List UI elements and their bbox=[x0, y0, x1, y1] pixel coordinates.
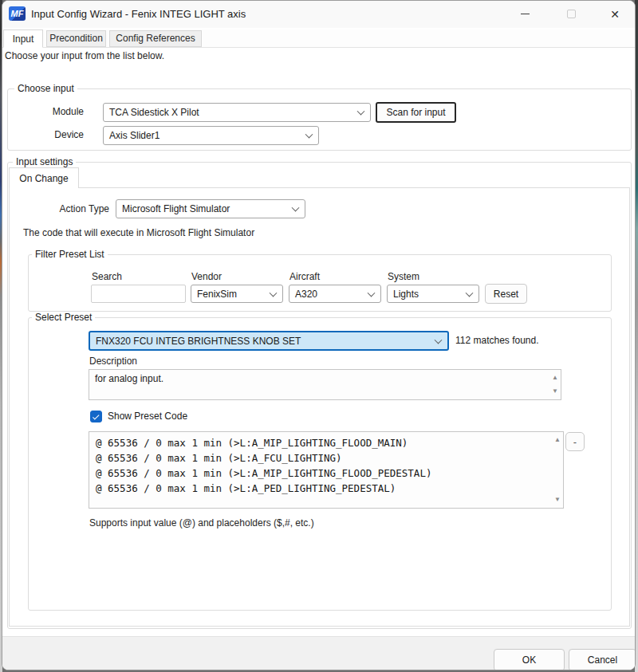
vendor-select[interactable]: FenixSim bbox=[191, 285, 283, 303]
preset-code-textarea[interactable]: @ 65536 / 0 max 1 min (>L:A_MIP_LIGHTING… bbox=[89, 431, 564, 509]
maximize-button bbox=[553, 1, 589, 27]
device-value: Axis Slider1 bbox=[109, 130, 160, 141]
close-icon: ✕ bbox=[610, 9, 620, 20]
dialog-window: MF Input Config Wizard - Fenix INTEG LIG… bbox=[2, 0, 636, 670]
input-settings-legend: Input settings bbox=[13, 156, 76, 167]
scroll-down-icon[interactable]: ▼ bbox=[554, 497, 561, 503]
aircraft-value: A320 bbox=[295, 289, 317, 300]
chevron-down-icon bbox=[292, 204, 300, 212]
device-select[interactable]: Axis Slider1 bbox=[103, 126, 319, 145]
description-label: Description bbox=[89, 356, 137, 367]
matches-found-text: 112 matches found. bbox=[455, 335, 539, 346]
ok-button[interactable]: OK bbox=[494, 649, 565, 670]
aircraft-select[interactable]: A320 bbox=[289, 285, 381, 303]
chevron-down-icon bbox=[435, 336, 443, 344]
description-textarea[interactable]: for analog input. ▲ ▼ bbox=[89, 369, 561, 400]
system-label: System bbox=[388, 271, 419, 282]
vendor-value: FenixSim bbox=[197, 289, 237, 300]
preset-value: FNX320 FCU INTEG BRIGHTNESS KNOB SET bbox=[96, 336, 301, 347]
title-bar: MF Input Config Wizard - Fenix INTEG LIG… bbox=[2, 1, 635, 28]
action-type-select[interactable]: Microsoft Flight Simulator bbox=[116, 199, 305, 218]
action-type-value: Microsoft Flight Simulator bbox=[122, 203, 230, 214]
preset-code-value: @ 65536 / 0 max 1 min (>L:A_MIP_LIGHTING… bbox=[89, 432, 563, 499]
minimize-button[interactable] bbox=[507, 1, 542, 27]
instruction-text: Choose your input from the list below. bbox=[5, 50, 164, 61]
tab-strip: Input Precondition Config References bbox=[2, 29, 635, 48]
description-value: for analog input. bbox=[89, 370, 561, 387]
tab-input[interactable]: Input bbox=[3, 29, 43, 48]
device-label: Device bbox=[34, 129, 84, 140]
reset-button[interactable]: Reset bbox=[485, 284, 527, 304]
system-select[interactable]: Lights bbox=[387, 285, 479, 303]
tab-on-change[interactable]: On Change bbox=[9, 167, 79, 188]
scan-for-input-button[interactable]: Scan for input bbox=[376, 102, 456, 123]
supports-note: Supports input value (@) and placeholder… bbox=[89, 517, 314, 529]
choose-input-legend: Choose input bbox=[14, 83, 77, 94]
chevron-down-icon bbox=[270, 289, 278, 297]
chevron-down-icon bbox=[357, 108, 365, 116]
chevron-down-icon bbox=[368, 289, 376, 297]
tab-config-references[interactable]: Config References bbox=[109, 30, 202, 47]
scroll-up-icon[interactable]: ▲ bbox=[554, 437, 561, 443]
module-value: TCA Sidestick X Pilot bbox=[109, 107, 199, 118]
minimize-icon bbox=[521, 14, 530, 14]
tab-precondition[interactable]: Precondition bbox=[46, 30, 106, 47]
close-button[interactable]: ✕ bbox=[597, 1, 632, 27]
search-input[interactable] bbox=[91, 285, 186, 303]
exec-note: The code that will execute in Microsoft … bbox=[23, 227, 254, 238]
scroll-up-icon[interactable]: ▲ bbox=[552, 375, 558, 381]
filter-preset-list-legend: Filter Preset List bbox=[32, 249, 108, 260]
vendor-label: Vendor bbox=[191, 271, 222, 282]
preset-select[interactable]: FNX320 FCU INTEG BRIGHTNESS KNOB SET bbox=[89, 331, 449, 351]
module-label: Module bbox=[34, 106, 84, 117]
maximize-icon bbox=[567, 10, 576, 18]
system-value: Lights bbox=[393, 289, 419, 300]
select-preset-legend: Select Preset bbox=[32, 312, 95, 323]
module-select[interactable]: TCA Sidestick X Pilot bbox=[103, 103, 371, 122]
mobiflight-logo: MF bbox=[9, 6, 26, 21]
chevron-down-icon bbox=[466, 289, 474, 297]
chevron-down-icon bbox=[305, 131, 313, 139]
window-title: Input Config Wizard - Fenix INTEG LIGHT … bbox=[31, 8, 246, 20]
cancel-button[interactable]: Cancel bbox=[569, 649, 636, 670]
aircraft-label: Aircraft bbox=[289, 271, 320, 282]
scroll-down-icon[interactable]: ▼ bbox=[552, 388, 558, 395]
search-label: Search bbox=[92, 271, 122, 282]
remove-line-button[interactable]: - bbox=[565, 432, 585, 451]
action-type-label: Action Type bbox=[49, 203, 109, 214]
